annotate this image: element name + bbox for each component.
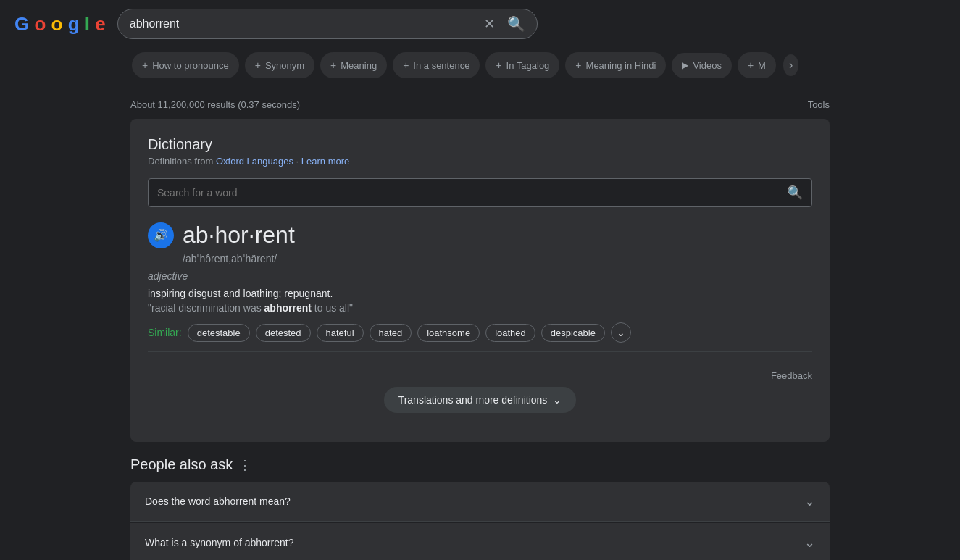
similar-row: Similar: detestable detested hateful hat… [148,322,812,343]
logo-g: G [14,13,29,35]
plus-icon: + [748,59,754,71]
definition-text: inspiring disgust and loathing; repugnan… [148,288,812,299]
word-type: adjective [148,270,812,282]
plus-icon: + [142,59,148,71]
people-also-ask-section: People also ask ⋮ Does the word abhorren… [130,456,830,560]
example-text: "racial discrimination was abhorrent to … [148,302,812,314]
clear-icon[interactable]: ✕ [484,16,495,32]
tab-label: In Tagalog [506,60,550,71]
speaker-icon: 🔊 [154,228,168,242]
header: G o o g l e ✕ 🔍 [0,0,960,48]
dictionary-title: Dictionary [148,136,812,153]
results-area: About 11,200,000 results (0.37 seconds) … [0,83,960,560]
similar-tag-hated[interactable]: hated [370,324,412,342]
logo-o1: o [34,13,46,35]
tab-meaning[interactable]: + Meaning [320,52,387,78]
bold-word: abhorrent [264,302,312,314]
similar-expand-button[interactable]: ⌄ [611,322,631,343]
oxford-link[interactable]: Oxford Languages [216,156,293,167]
paa-header: People also ask ⋮ [130,456,830,473]
dictionary-card: Dictionary Definitions from Oxford Langu… [130,119,830,442]
chevron-down-icon: ⌄ [804,493,815,509]
translations-button[interactable]: Translations and more definitions ⌄ [384,387,577,413]
logo-l: l [85,13,90,35]
paa-more-icon[interactable]: ⋮ [238,457,251,473]
results-info: About 11,200,000 results (0.37 seconds) … [130,91,830,119]
search-divider [501,15,501,33]
paa-item-1[interactable]: Does the word abhorrent mean? ⌄ [130,482,830,522]
paa-title: People also ask [130,456,233,473]
tab-videos[interactable]: ▶ Videos [672,53,732,78]
phonetic: /abˈhôrent,abˈhärent/ [183,253,812,264]
paa-question-2: What is a synonym of abhorrent? [145,537,293,548]
dictionary-source: Definitions from Oxford Languages · Lear… [148,156,812,167]
translations-label: Translations and more definitions [398,394,548,406]
chevron-down-icon: ⌄ [553,394,562,406]
paa-item-2[interactable]: What is a synonym of abhorrent? ⌄ [130,523,830,560]
source-separator: · [296,156,301,167]
word-search-input[interactable] [157,187,781,198]
tab-synonym[interactable]: + Synonym [245,52,314,78]
plus-icon: + [255,59,261,71]
google-logo[interactable]: G o o g l e [14,13,106,35]
tab-meaning-hindi[interactable]: + Meaning in Hindi [565,52,666,78]
tab-label: Meaning in Hindi [586,60,656,71]
word-search-icon[interactable]: 🔍 [787,185,803,201]
tools-button[interactable]: Tools [808,99,830,110]
word-row: 🔊 ab·hor·rent [148,222,812,248]
tab-in-a-sentence[interactable]: + In a sentence [393,52,480,78]
chevron-down-icon: ⌄ [617,327,625,338]
speaker-button[interactable]: 🔊 [148,222,174,248]
tab-label: Videos [693,60,722,71]
tab-in-tagalog[interactable]: + In Tagalog [485,52,559,78]
search-icon[interactable]: 🔍 [507,15,525,33]
video-icon: ▶ [682,60,688,70]
word-search-bar: 🔍 [148,178,812,207]
plus-icon: + [575,59,581,71]
search-input[interactable] [130,17,478,30]
similar-tag-loathsome[interactable]: loathsome [417,324,480,342]
source-text: Definitions from [148,156,213,167]
logo-o2: o [51,13,63,35]
similar-tag-hateful[interactable]: hateful [317,324,364,342]
feedback-button[interactable]: Feedback [771,370,812,381]
tab-more[interactable]: + M [738,52,776,78]
tab-label: In a sentence [413,60,469,71]
similar-tag-detestable[interactable]: detestable [188,324,250,342]
logo-e: e [95,13,105,35]
similar-tag-detested[interactable]: detested [256,324,311,342]
similar-tag-loathed[interactable]: loathed [485,324,535,342]
similar-tag-despicable[interactable]: despicable [541,324,605,342]
results-count: About 11,200,000 results (0.37 seconds) [130,99,300,110]
tab-label: How to pronounce [152,60,229,71]
plus-icon: + [496,59,501,71]
tab-label: Meaning [341,60,377,71]
tabs-bar: + How to pronounce + Synonym + Meaning +… [0,48,960,83]
tab-label: Synonym [265,60,304,71]
word-heading: ab·hor·rent [183,222,295,248]
plus-icon: + [403,59,409,71]
chevron-down-icon: ⌄ [804,535,815,551]
learn-more-link[interactable]: Learn more [301,156,349,167]
feedback-row: Feedback [148,361,812,381]
logo-g2: g [68,13,80,35]
tab-how-to-pronounce[interactable]: + How to pronounce [132,52,239,78]
plus-icon: + [330,59,336,71]
translations-center: Translations and more definitions ⌄ [148,381,812,425]
paa-question-1: Does the word abhorrent mean? [145,496,291,507]
card-divider [148,351,812,352]
tab-label: M [758,60,766,71]
tabs-scroll-right[interactable]: › [783,54,798,76]
similar-label: Similar: [148,327,182,338]
search-bar: ✕ 🔍 [117,9,538,39]
